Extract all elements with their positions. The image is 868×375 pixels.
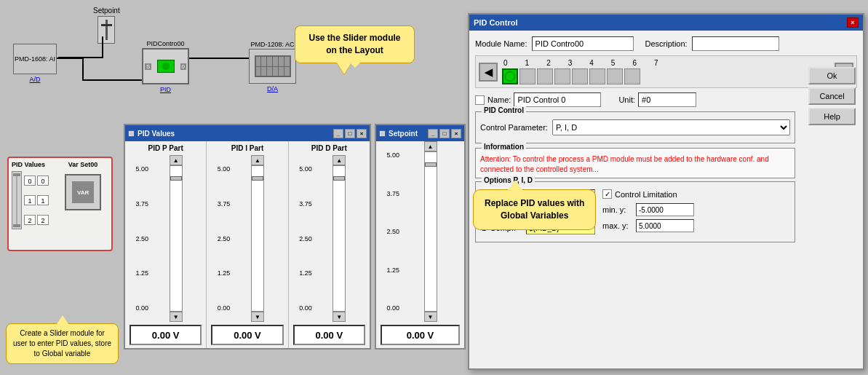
help-button[interactable]: Help xyxy=(808,108,856,125)
sidebar-slider-icon xyxy=(12,171,22,229)
pmd1608-block: PMD-1608: AI A/D xyxy=(13,44,57,83)
setpoint-minimize[interactable]: _ xyxy=(428,129,438,138)
tab-5[interactable] xyxy=(589,68,605,84)
setpoint-track[interactable] xyxy=(424,151,437,312)
min-y-label: min. y: xyxy=(602,205,632,214)
replace-pid-balloon: Replace PID values with Global Variables xyxy=(473,189,596,230)
pid-values-maximize[interactable]: □ xyxy=(345,129,355,138)
wire-h2 xyxy=(82,79,142,81)
control-param-select[interactable]: P, I, D xyxy=(552,119,790,135)
pid-dialog-title: PID Control xyxy=(474,18,847,27)
wire-pid-out xyxy=(189,58,251,59)
setpoint-block: Setpoint xyxy=(93,6,120,45)
module-name-label: Module Name: xyxy=(475,39,527,48)
unit-label: Unit: xyxy=(618,95,635,104)
pid-i-track[interactable] xyxy=(251,165,264,312)
description-input[interactable] xyxy=(692,36,779,51)
name-label: Name: xyxy=(487,95,511,104)
tab-3[interactable] xyxy=(554,68,570,84)
tab-0[interactable] xyxy=(502,68,518,84)
control-param-select-wrapper: P, I, D xyxy=(552,119,790,135)
tab-1[interactable] xyxy=(519,68,535,84)
max-y-row: max. y: xyxy=(602,219,694,232)
sidebar-pid-values: PID Values 0 0 1 1 xyxy=(9,158,55,250)
setpoint-slider[interactable]: ▲ ▼ xyxy=(399,141,461,322)
control-limit-label: Control Limitation xyxy=(615,190,677,199)
control-limit-row: ✓ Control Limitation xyxy=(602,189,694,199)
pid-p-value: 0.00 V xyxy=(130,325,202,345)
tab-prev-btn[interactable]: ◀ xyxy=(479,63,498,82)
module-name-input[interactable] xyxy=(532,36,634,51)
control-param-label: Control Parameter: xyxy=(480,123,548,132)
pid-d-up-arrow[interactable]: ▲ xyxy=(333,155,346,165)
name-input[interactable] xyxy=(514,92,601,107)
options-right-col: ✓ Control Limitation min. y: max. y: xyxy=(602,189,694,237)
pid-i-handle[interactable] xyxy=(252,176,263,181)
setpoint-close[interactable]: × xyxy=(451,129,461,138)
sidebar-var-section: Var Set00 VAR xyxy=(55,158,111,250)
pid-values-panel: ▦ PID Values _ □ × PID P Part 5.00 3.75 … xyxy=(124,124,371,350)
pid-p-track[interactable] xyxy=(170,165,183,312)
pid-d-handle[interactable] xyxy=(333,176,345,181)
sidebar-var-box: VAR xyxy=(65,174,101,210)
tab-2[interactable] xyxy=(537,68,553,84)
cancel-button[interactable]: Cancel xyxy=(808,87,856,105)
setpoint-handle[interactable] xyxy=(425,162,437,167)
pid-i-slider[interactable]: ▲ ▼ xyxy=(230,155,284,322)
min-y-input[interactable] xyxy=(636,203,694,216)
pid-values-icon: ▦ xyxy=(128,130,135,137)
pid-p-up-arrow[interactable]: ▲ xyxy=(170,155,183,165)
pid-values-close[interactable]: × xyxy=(357,129,367,138)
setpoint-maximize[interactable]: □ xyxy=(439,129,450,138)
info-section: Information Attention: To control the pr… xyxy=(475,148,795,178)
min-y-row: min. y: xyxy=(602,203,694,216)
pid-i-down-arrow[interactable]: ▼ xyxy=(251,312,264,322)
pmd1608-box: PMD-1608: AI xyxy=(13,44,57,74)
setpoint-icon xyxy=(97,16,115,44)
setpoint-panel: ▦ Setpoint _ □ × 5.00 3.75 2.50 1.25 0.0… xyxy=(375,124,466,350)
pid-green-indicator xyxy=(157,60,174,73)
wire-setpoint-down xyxy=(102,36,103,57)
pid-p-scale: 5.00 3.75 2.50 1.25 0.00 xyxy=(128,155,148,322)
setpoint-up-arrow[interactable]: ▲ xyxy=(424,141,437,151)
name-checkbox[interactable] xyxy=(475,95,485,105)
pid-box: S 0 xyxy=(142,48,189,84)
setpoint-value: 0.00 V xyxy=(381,325,460,345)
pmd1208-block: PMD-1208: AC D/A xyxy=(249,41,296,92)
pid-p-handle[interactable] xyxy=(170,176,182,181)
setpoint-down-arrow[interactable]: ▼ xyxy=(424,312,437,322)
setpoint-panel-title: Setpoint xyxy=(389,130,426,138)
pid-p-slider[interactable]: ▲ ▼ xyxy=(148,155,203,322)
unit-input[interactable] xyxy=(638,92,696,107)
pid-d-slider[interactable]: ▲ ▼ xyxy=(312,155,367,322)
ok-button[interactable]: Ok xyxy=(808,67,856,84)
pid-p-down-arrow[interactable]: ▼ xyxy=(170,312,183,322)
name-row: Name: Unit: xyxy=(475,92,857,107)
pid-values-minimize[interactable]: _ xyxy=(333,129,343,138)
module-name-row: Module Name: Description: xyxy=(475,36,857,51)
pid-d-scale: 5.00 3.75 2.50 1.25 0.00 xyxy=(292,155,312,322)
sidebar-slider-group: 0 0 1 1 2 2 xyxy=(12,171,52,229)
dialog-buttons: Ok Cancel Help xyxy=(808,67,856,125)
pid-p-column: PID P Part 5.00 3.75 2.50 1.25 0.00 ▲ ▼ xyxy=(125,141,207,348)
pid-i-scale: 5.00 3.75 2.50 1.25 0.00 xyxy=(210,155,230,322)
setpoint-scale: 5.00 3.75 2.50 1.25 0.00 xyxy=(379,141,399,322)
sidebar-num-col: 0 0 1 1 2 2 xyxy=(24,171,49,229)
max-y-label: max. y: xyxy=(602,221,632,230)
sidebar-pid-label: PID Values xyxy=(12,161,52,168)
pid-values-titlebar: ▦ PID Values _ □ × xyxy=(125,125,370,141)
pid-d-down-arrow[interactable]: ▼ xyxy=(333,312,346,322)
tab-4[interactable] xyxy=(572,68,588,84)
tab-7[interactable] xyxy=(624,68,640,84)
max-y-input[interactable] xyxy=(636,219,694,232)
control-limit-checkbox[interactable]: ✓ xyxy=(602,189,612,199)
pmd1608-sublabel: A/D xyxy=(13,76,57,83)
wire-pmd1608-out xyxy=(57,58,82,59)
pid-dialog-close[interactable]: × xyxy=(847,17,859,28)
annotation-create-slider: Create a Slider module for user to enter… xyxy=(6,323,119,364)
pid-d-track[interactable] xyxy=(333,165,346,312)
info-title: Information xyxy=(482,143,526,151)
pid-i-value: 0.00 V xyxy=(211,325,283,345)
tab-6[interactable] xyxy=(607,68,623,84)
pid-i-up-arrow[interactable]: ▲ xyxy=(251,155,264,165)
